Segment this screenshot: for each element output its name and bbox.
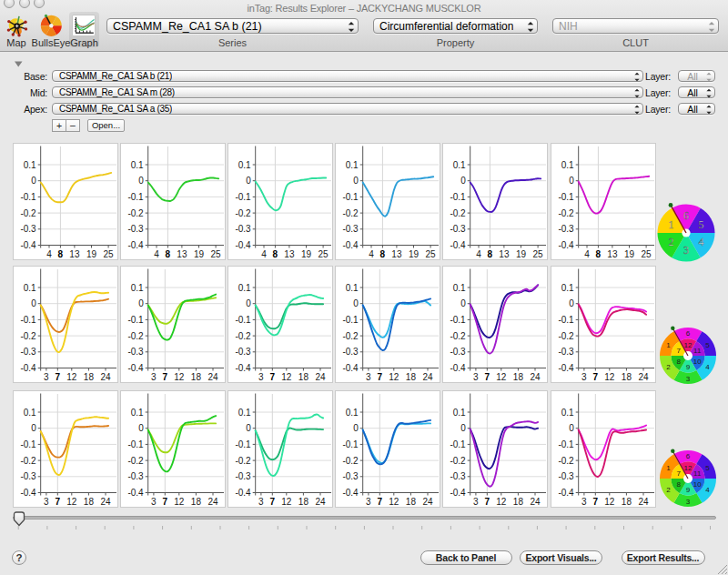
- svg-text:3: 3: [366, 497, 371, 507]
- svg-text:12: 12: [281, 372, 292, 382]
- svg-text:3: 3: [581, 497, 587, 507]
- svg-text:18: 18: [84, 497, 95, 507]
- svg-text:8: 8: [380, 249, 386, 259]
- svg-text:10: 10: [693, 358, 702, 366]
- svg-text:-0.2: -0.2: [342, 456, 359, 466]
- svg-text:5: 5: [699, 218, 704, 231]
- svg-text:12: 12: [496, 497, 507, 507]
- svg-text:-0.4: -0.4: [20, 363, 36, 373]
- svg-text:-0.2: -0.2: [127, 456, 144, 466]
- svg-text:-0.3: -0.3: [450, 224, 466, 234]
- svg-text:18: 18: [406, 497, 417, 507]
- svg-text:4: 4: [154, 249, 159, 259]
- svg-text:7: 7: [56, 372, 61, 382]
- svg-text:-0.4: -0.4: [20, 240, 36, 250]
- svg-text:18: 18: [622, 372, 632, 382]
- svg-text:-0.1: -0.1: [20, 439, 36, 449]
- svg-text:10: 10: [693, 480, 702, 489]
- svg-text:24: 24: [422, 497, 433, 507]
- svg-text:-0.2: -0.2: [342, 208, 359, 218]
- svg-text:-0.4: -0.4: [558, 363, 574, 373]
- svg-text:7: 7: [593, 497, 599, 507]
- svg-text:-0.4: -0.4: [235, 363, 251, 373]
- svg-text:3: 3: [686, 498, 691, 506]
- svg-text:1: 1: [669, 218, 674, 231]
- svg-text:0: 0: [460, 176, 466, 186]
- svg-text:3: 3: [581, 372, 587, 382]
- svg-text:-0.3: -0.3: [342, 347, 359, 357]
- svg-text:-0.4: -0.4: [450, 363, 466, 373]
- svg-text:-0.1: -0.1: [20, 315, 36, 325]
- svg-text:13: 13: [177, 249, 187, 259]
- svg-text:9: 9: [686, 486, 691, 494]
- svg-text:12: 12: [281, 497, 292, 507]
- svg-text:0.1: 0.1: [346, 283, 359, 293]
- svg-text:0: 0: [246, 176, 251, 186]
- svg-text:12: 12: [174, 497, 185, 507]
- svg-text:4: 4: [705, 486, 710, 494]
- svg-text:3: 3: [258, 497, 264, 507]
- svg-text:-0.1: -0.1: [342, 192, 359, 202]
- svg-text:12: 12: [684, 464, 693, 472]
- svg-text:13: 13: [499, 249, 510, 259]
- svg-text:7: 7: [270, 372, 276, 382]
- svg-text:-0.4: -0.4: [342, 240, 359, 250]
- svg-text:-0.1: -0.1: [127, 439, 144, 449]
- svg-text:-0.2: -0.2: [450, 208, 466, 218]
- svg-text:-0.3: -0.3: [20, 224, 36, 234]
- svg-text:-0.3: -0.3: [127, 347, 144, 357]
- svg-text:3: 3: [686, 375, 691, 383]
- svg-text:18: 18: [622, 497, 632, 507]
- svg-text:0: 0: [353, 423, 359, 433]
- svg-text:3: 3: [473, 497, 479, 507]
- svg-text:0: 0: [138, 176, 144, 186]
- svg-text:12: 12: [389, 497, 399, 507]
- svg-text:19: 19: [194, 249, 205, 259]
- svg-text:25: 25: [104, 249, 115, 259]
- svg-text:0.1: 0.1: [131, 160, 144, 170]
- svg-text:7: 7: [56, 497, 61, 507]
- svg-text:0: 0: [460, 298, 466, 308]
- svg-text:-0.3: -0.3: [235, 471, 251, 481]
- svg-text:7: 7: [677, 347, 682, 355]
- svg-text:-0.2: -0.2: [235, 208, 251, 218]
- svg-text:24: 24: [315, 497, 326, 507]
- svg-text:0.1: 0.1: [561, 283, 574, 293]
- svg-text:12: 12: [66, 372, 77, 382]
- svg-text:18: 18: [513, 372, 524, 382]
- svg-text:0.1: 0.1: [346, 408, 359, 418]
- svg-text:18: 18: [191, 497, 202, 507]
- svg-text:0: 0: [138, 423, 144, 433]
- svg-text:-0.1: -0.1: [450, 439, 466, 449]
- svg-text:2: 2: [666, 363, 671, 371]
- svg-text:24: 24: [100, 372, 111, 382]
- svg-text:0.1: 0.1: [238, 160, 251, 170]
- svg-text:-0.4: -0.4: [20, 488, 36, 498]
- svg-text:8: 8: [488, 249, 493, 259]
- svg-text:-0.1: -0.1: [342, 439, 359, 449]
- svg-text:13: 13: [69, 249, 80, 259]
- svg-text:24: 24: [315, 372, 326, 382]
- svg-text:24: 24: [100, 497, 111, 507]
- svg-text:-0.3: -0.3: [20, 347, 36, 357]
- svg-text:24: 24: [207, 497, 218, 507]
- svg-text:-0.3: -0.3: [127, 224, 144, 234]
- svg-text:-0.1: -0.1: [558, 315, 574, 325]
- svg-text:11: 11: [693, 347, 702, 355]
- svg-text:-0.3: -0.3: [342, 224, 359, 234]
- svg-text:7: 7: [593, 372, 599, 382]
- svg-text:12: 12: [66, 497, 77, 507]
- svg-text:24: 24: [207, 372, 218, 382]
- svg-text:12: 12: [604, 497, 615, 507]
- svg-text:-0.2: -0.2: [558, 456, 574, 466]
- svg-text:19: 19: [86, 249, 97, 259]
- svg-text:-0.1: -0.1: [235, 192, 251, 202]
- svg-text:3: 3: [151, 497, 157, 507]
- svg-text:7: 7: [378, 497, 383, 507]
- svg-text:0: 0: [569, 423, 574, 433]
- svg-text:-0.2: -0.2: [235, 456, 251, 466]
- svg-text:19: 19: [409, 249, 420, 259]
- svg-text:12: 12: [684, 341, 693, 349]
- svg-text:8: 8: [596, 249, 602, 259]
- svg-text:0: 0: [569, 176, 574, 186]
